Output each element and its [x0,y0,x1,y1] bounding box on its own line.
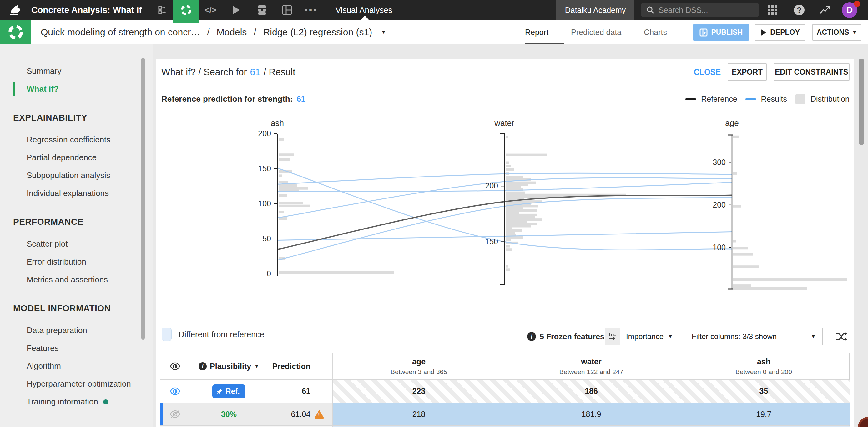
reference-badge[interactable]: Ref. [212,385,245,398]
plausibility-cell: Ref. [190,380,268,403]
cell-water[interactable]: 186 [505,380,678,403]
page-scrollbar[interactable] [859,59,864,145]
table-row-reference[interactable]: Ref.6122318635 [160,380,849,403]
help-icon[interactable]: ? [790,0,808,20]
feature-column-header-water[interactable]: waterBetween 122 and 247 [505,353,678,379]
sidebar-item-summary[interactable]: Summary [0,62,153,80]
whatif-breadcrumb-title: What if? / Search for 61 / Result [161,59,296,85]
sort-caret-icon: ▼ [254,364,259,369]
reference-row: Reference prediction for strength: 61 Re… [156,85,854,113]
sidebar-item-features[interactable]: Features [0,339,153,357]
sidebar-item-individual-explanations[interactable]: Individual explanations [0,184,153,202]
plausibility-column-header[interactable]: iPlausibility▼ [198,362,259,371]
trend-metrics-icon[interactable] [816,0,834,20]
filter-caret-icon: ▼ [811,334,816,339]
axis-age[interactable]: 100200300age [713,118,739,289]
sidebar-item-what-if-[interactable]: What if? [0,80,153,98]
prediction-cell: 61.04 [268,403,332,425]
cell-water[interactable]: 181.9 [505,403,678,425]
whatif-panel-header: What if? / Search for 61 / Result CLOSE … [156,59,854,85]
cell-ash[interactable]: 19.7 [678,403,850,425]
jobs-icon[interactable] [254,0,270,20]
shuffle-icon[interactable] [834,331,848,342]
sidebar-item-partial-dependence[interactable]: Partial dependence [0,149,153,167]
active-tool-notch [173,20,199,23]
export-button[interactable]: EXPORT [727,63,767,81]
cell-age[interactable]: 218 [332,403,505,425]
flow-icon[interactable] [154,0,170,20]
table-row-result[interactable]: 30%61.04218181.919.7 [160,403,849,426]
edit-constraints-button[interactable]: EDIT CONSTRAINTS [774,63,849,81]
reference-prediction-label: Reference prediction for strength: 61 [161,85,306,113]
feature-column-header-age[interactable]: ageBetween 3 and 365 [332,353,505,379]
deploy-play-icon [760,29,766,36]
results-controls: Different from reference i 5 Frozen feat… [156,320,854,353]
publish-button[interactable]: PUBLISH [693,24,749,41]
dataiku-academy-button[interactable]: Dataiku Academy [556,0,634,20]
legend-distribution: Distribution [795,94,849,104]
distribution-age [733,136,847,290]
selected-row-stripe [160,403,163,425]
eye-visible-icon[interactable] [160,380,190,403]
sidebar-item-data-preparation[interactable]: Data preparation [0,321,153,339]
distribution-water [506,136,626,271]
axis-label-ash: ash [271,118,284,128]
run-icon[interactable] [228,0,244,20]
breadcrumb-project[interactable]: Quick modeling of strength on concr… [41,27,200,37]
feature-column-header-ash[interactable]: ashBetween 0 and 200 [678,353,850,379]
analysis-title: Concrete Analysis: What if [31,0,142,20]
sidebar-item-algorithm[interactable]: Algorithm [0,357,153,375]
notification-dot [854,1,860,7]
close-button[interactable]: CLOSE [692,63,723,81]
breadcrumb-model[interactable]: Ridge (L2) regression (s1) [263,27,372,37]
breadcrumb-models[interactable]: Models [217,27,247,37]
sidebar-scrollbar[interactable] [141,58,145,340]
distribution-ash [279,138,394,274]
legend-results: Results [745,94,787,104]
different-cell-swatch [162,328,172,341]
sidebar-item-scatter-plot[interactable]: Scatter plot [0,235,153,253]
visual-analysis-logo[interactable] [0,20,31,45]
active-section-caret [361,16,369,20]
tab-charts[interactable]: Charts [644,20,667,45]
dashboard-icon[interactable] [279,0,295,20]
corner-widget[interactable] [858,417,868,427]
tab-report[interactable]: Report [525,20,549,45]
deploy-button[interactable]: DEPLOY [755,24,805,41]
sidebar-item-training-information[interactable]: Training information [0,393,153,411]
tick-ash-50: 50 [262,234,271,243]
code-notebook-icon[interactable]: </> [202,0,219,20]
sidebar-item-regression-coefficients[interactable]: Regression coefficients [0,131,153,149]
sort-bars-icon [606,329,620,345]
cell-ash[interactable]: 35 [678,380,850,403]
search-input[interactable]: Search DSS... [641,3,759,17]
prediction-column-header[interactable]: Prediction [272,362,310,371]
dataiku-bird-logo[interactable] [8,4,22,16]
visibility-column-header[interactable] [160,353,190,379]
reference-prediction-value: 61 [297,94,306,104]
sidebar-item-subpopulation-analysis[interactable]: Subpopulation analysis [0,167,153,184]
axis-ash[interactable]: 050100150200ash [258,118,284,278]
status-dot [103,399,108,404]
apps-grid-icon[interactable] [764,0,781,20]
sidebar-item-error-distribution[interactable]: Error distribution [0,253,153,271]
sort-importance-dropdown[interactable]: Importance ▼ [605,328,679,345]
visual-analysis-active-icon[interactable] [173,0,199,20]
tab-predicted-data[interactable]: Predicted data [571,20,621,45]
actions-button[interactable]: ACTIONS ▼ [812,24,862,41]
model-dropdown-caret[interactable]: ▼ [381,29,386,35]
eye-hidden-icon[interactable] [160,403,190,425]
legend-reference: Reference [685,94,737,104]
whatif-results-table: iPlausibility▼PredictionageBetween 3 and… [160,353,849,427]
active-tab-underline [525,42,564,45]
frozen-features-info: i 5 Frozen features [527,328,604,345]
reference-legend-mark [685,98,696,100]
publish-dashboard-icon [700,28,708,37]
cell-age[interactable]: 223 [332,380,505,403]
filter-columns-dropdown[interactable]: Filter columns: 3/3 shown ▼ [685,328,823,345]
sidebar-item-hyperparameter-optimization[interactable]: Hyperparameter optimization [0,375,153,393]
warning-icon[interactable] [314,410,324,419]
sidebar-item-metrics-and-assertions[interactable]: Metrics and assertions [0,271,153,289]
search-placeholder: Search DSS... [658,6,708,15]
more-icon[interactable]: ••• [303,0,319,20]
